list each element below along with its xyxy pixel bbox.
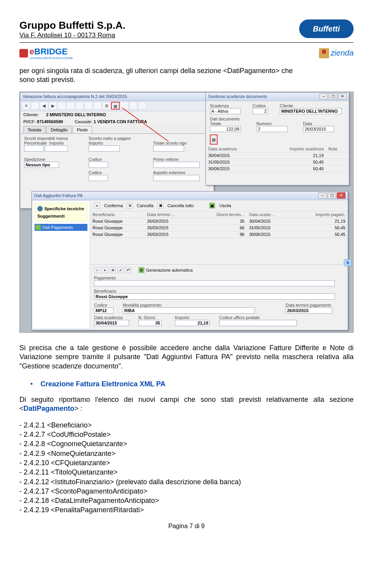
close-button[interactable]: ✕ — [337, 192, 345, 199]
save-icon[interactable]: ▪ — [94, 202, 100, 209]
tbtn[interactable] — [31, 102, 39, 110]
win-scadenze: Gestione scadenze documento – ▢ ✕ Scaden… — [206, 92, 349, 185]
ebridge-prefix: e — [30, 47, 34, 56]
close-button[interactable]: ✕ — [338, 93, 347, 99]
company-address: Via F. Antolisei 10 - 00173 Roma — [19, 31, 125, 39]
confirm-icon[interactable]: ✓ — [117, 267, 124, 273]
list-item: - 2.4.2.17 <ScontoPagamentoAnticipato> — [19, 487, 354, 496]
tbtn[interactable] — [129, 102, 138, 110]
tbtn[interactable] — [58, 102, 66, 110]
tbtn[interactable]: ◀ — [40, 102, 48, 110]
maximize-button[interactable]: ▢ — [329, 93, 337, 99]
xml-fields-list: - 2.4.2.1 <Beneficiario> - 2.4.2.7 <CodU… — [19, 420, 354, 515]
table-row: 30/06/201550,45 — [206, 165, 349, 172]
tbtn[interactable] — [84, 102, 93, 110]
titlebar-scadenze: Gestione scadenze documento – ▢ ✕ — [206, 92, 349, 101]
tab-piede[interactable]: Piede — [73, 126, 92, 133]
win2-title: Gestione scadenze documento — [208, 94, 267, 99]
tbtn[interactable] — [93, 102, 102, 110]
tbtn[interactable]: ✕ — [22, 102, 30, 110]
page: Gruppo Buffetti S.p.A. Via F. Antolisei … — [0, 0, 373, 541]
table-row: 31/05/201550,45 — [206, 159, 349, 165]
cancel-all-icon[interactable]: ✖ — [157, 202, 164, 209]
info-picf: PI/CF: 97149560589 Causale: 1 VENDITA CO… — [20, 118, 214, 125]
titlebar-variazione: Variazione fattura accompagnatoria N.2 d… — [20, 92, 214, 101]
paragraph-2: Si precisa che a tale gestione è possibi… — [19, 344, 354, 371]
page-footer: Pagina 7 di 9 — [19, 523, 354, 530]
undo-icon[interactable]: ↶ — [125, 267, 131, 273]
list-item: - 2.4.2.8 <CognomeQuietanzante> — [19, 439, 354, 448]
ebridge-tagline: LA MODULARITÀ IN EVOLUZIONE — [30, 57, 73, 59]
table-row: 30/04/201521,19 — [206, 152, 349, 159]
azienda-icon — [319, 48, 329, 58]
section-sconti: Sconti imponibili merce Percentuale Impo… — [20, 134, 214, 155]
tab-dettaglio[interactable]: Dettaglio — [46, 126, 71, 133]
tbtn[interactable] — [75, 102, 84, 110]
tbtn[interactable]: ≣ — [102, 102, 111, 110]
cancel-icon[interactable]: ✕ — [127, 202, 133, 209]
exit-icon[interactable]: ▣ — [209, 202, 215, 209]
win3-title: Dati Aggiuntivi Fattura PA — [34, 193, 83, 198]
screenshot-area: Variazione fattura accompagnatoria N.2 d… — [19, 92, 354, 333]
left-item-spec[interactable]: Specifiche tecniche — [37, 205, 85, 213]
table-row: Rossi Giuseppe26/03/20159630/06/201550,4… — [90, 231, 348, 237]
save-icon[interactable]: ▪ — [102, 267, 108, 273]
page-icon — [35, 225, 41, 230]
gen-icon[interactable]: ⚙ — [138, 267, 145, 273]
left-item-dati-pagamento[interactable]: Dati Pagamento — [35, 224, 87, 231]
bullet-row: • Creazione Fattura Elettronica XML PA — [19, 380, 354, 388]
pa-left-nav: Specifiche tecniche Suggerimenti Dati Pa… — [32, 200, 90, 329]
list-item: - 2.4.2.1 <Beneficiario> — [19, 420, 354, 430]
list-item: - 2.4.2.12 <IstitutoFinanziario> (prelev… — [19, 477, 354, 487]
paragraph-3: Di seguito riportiamo l'elenco dei nuovi… — [19, 395, 354, 414]
tbtn[interactable]: ▶ — [49, 102, 57, 110]
titlebar-pa: Dati Aggiuntivi Fattura PA – ▢ ✕ — [32, 192, 348, 200]
azienda-label: zienda — [331, 49, 354, 58]
tbtn[interactable] — [138, 102, 146, 110]
list-item: - 2.4.2.7 <CodUfficioPostale> — [19, 430, 354, 439]
new-icon[interactable]: ▫ — [94, 267, 100, 273]
delete-icon[interactable]: ✕ — [110, 267, 116, 273]
tab-testata[interactable]: Testata — [23, 126, 45, 133]
list-item: - 2.4.2.19 <PenalitaPagamentiRitardati> — [19, 505, 354, 515]
logo-row: eBRIDGE LA MODULARITÀ IN EVOLUZIONE zien… — [19, 47, 354, 59]
window-controls: – ▢ ✕ — [318, 192, 345, 199]
ebridge-brand: BRIDGE — [34, 47, 68, 56]
bullet-marker: • — [30, 380, 33, 388]
tbtn-highlighted[interactable]: ▦ — [111, 102, 120, 110]
left-item-sugg[interactable]: Suggerimenti — [37, 213, 85, 220]
list-item: - 2.4.2.18 <DataLimitePagamentoAnticipat… — [19, 496, 354, 505]
maximize-button[interactable]: ▢ — [328, 192, 336, 199]
red-highlight-box: ▦ — [210, 134, 218, 145]
minimize-button[interactable]: – — [318, 192, 327, 199]
paragraph-1: per ogni singola rata di scadenza, gli u… — [19, 66, 354, 85]
list-item: - 2.4.2.11 <TitoloQuietanzante> — [19, 468, 354, 477]
table-pa: Beneficiario Data termini ... Giorni ter… — [90, 211, 348, 238]
bullet-text: Creazione Fattura Elettronica XML PA — [40, 380, 165, 388]
list-item: - 2.4.2.10 <CFQuietanzante> — [19, 458, 354, 468]
toolbar-variazione: ✕ ◀ ▶ ≣ ▦ — [20, 101, 214, 111]
header-divider — [19, 42, 354, 43]
win1-title: Variazione fattura accompagnatoria N.2 d… — [23, 94, 127, 99]
list-item: - 2.4.2.9 <NomeQuietanzante> — [19, 449, 354, 458]
azienda-logo: zienda — [319, 48, 354, 58]
win-fattura-pa: Dati Aggiuntivi Fattura PA – ▢ ✕ Specifi… — [31, 191, 348, 330]
info-cliente: Cliente: 2 MINISTERO DELL'INTERNO — [20, 111, 214, 118]
table-scadenze: Data scadenzaImporto scadenzaNote 30/04/… — [206, 146, 349, 172]
buffetti-logo: Buffetti — [299, 19, 354, 38]
table-row: Rossi Giuseppe26/03/20156631/05/201550,4… — [90, 224, 348, 231]
tbtn[interactable] — [66, 102, 75, 110]
page-header: Gruppo Buffetti S.p.A. Via F. Antolisei … — [19, 19, 354, 39]
blue-badge: 9 — [344, 259, 352, 266]
window-controls: – ▢ ✕ — [319, 93, 347, 99]
info-icon — [37, 206, 43, 211]
table-row: Rossi Giuseppe26/03/20153530/04/201521,1… — [90, 218, 348, 224]
company-name: Gruppo Buffetti S.p.A. — [19, 19, 125, 31]
section-spedizione: Spedizione Nessun tipo Codice Codice Pri… — [20, 155, 214, 184]
minimize-button[interactable]: – — [319, 93, 328, 99]
tabs: TestataDettaglioPiede — [20, 125, 214, 134]
pa-toolbar: ▪ Conferma ✕ Cancella ✖ Cancella tutto ▣… — [90, 200, 348, 211]
ebridge-icon — [19, 49, 28, 58]
tbtn-scadenze-highlighted[interactable]: ▦ — [211, 137, 216, 142]
ebridge-logo: eBRIDGE LA MODULARITÀ IN EVOLUZIONE — [19, 47, 73, 59]
